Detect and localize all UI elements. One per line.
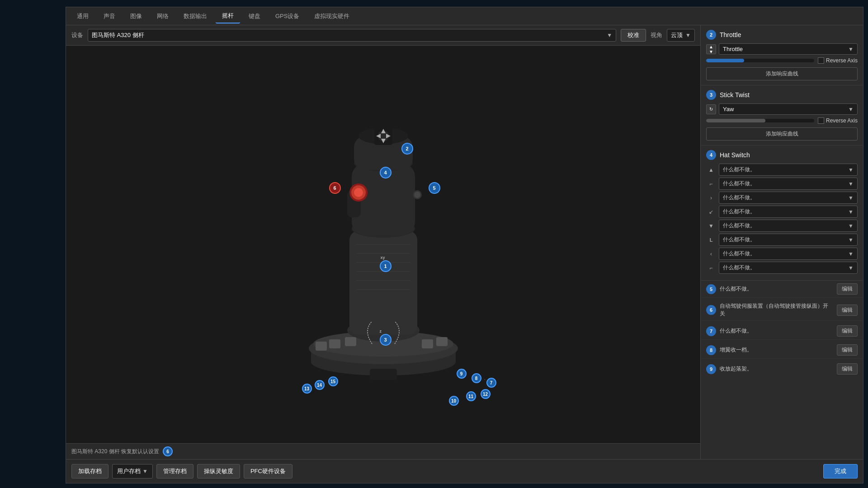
tab-graphics[interactable]: 图像 [124,9,148,23]
hat-left-select[interactable]: 什么都不做。 ▼ [719,248,858,260]
device-chevron-icon: ▼ [607,32,612,38]
stick-twist-reverse-label: Reverse Axis [826,117,858,124]
hat-l-select[interactable]: 什么都不做。 ▼ [719,234,858,246]
btn-9-action: 收放起落架。 [720,365,833,373]
status-marker-6[interactable]: 6 [163,446,173,456]
hat-upleft-value: 什么都不做。 [723,180,755,188]
btn-5-row: 5 什么都不做。 编辑 [701,281,863,298]
tab-data-output[interactable]: 数据输出 [177,9,213,23]
marker-2[interactable]: 2 [401,143,413,155]
stick-twist-reverse-checkbox[interactable] [818,117,824,124]
manage-profile-button[interactable]: 管理存档 [156,464,193,479]
stick-twist-axis-select[interactable]: Yaw ▼ [719,103,858,115]
marker-13[interactable]: 13 [302,384,312,394]
btn-9-num: 9 [706,364,716,374]
hat-dir-upleft: ⌐ 什么都不做。 ▼ [706,178,858,190]
hat-dir-l: L 什么都不做。 ▼ [706,234,858,246]
hat-left-value: 什么都不做。 [723,250,755,258]
marker-5[interactable]: 5 [429,182,440,194]
marker-9[interactable]: 9 [457,369,467,379]
btn-8-num: 8 [706,345,716,355]
device-select[interactable]: 图马斯特 A320 侧杆 ▼ [88,29,616,42]
btn-5-edit[interactable]: 编辑 [837,283,858,295]
marker-14[interactable]: 14 [315,380,325,390]
hat-corner-select[interactable]: 什么都不做。 ▼ [719,262,858,274]
throttle-progress-fill [706,59,744,62]
marker-12[interactable]: 12 [481,389,491,399]
stick-twist-progress-fill [706,119,765,122]
marker-8[interactable]: 8 [472,373,481,383]
btn-9-edit[interactable]: 编辑 [837,363,858,375]
user-profile-select[interactable]: 用户存档 ▼ [112,464,153,479]
tab-audio[interactable]: 声音 [97,9,122,23]
hat-down-value: 什么都不做。 [723,222,755,230]
status-bar: 图马斯特 A320 侧杆 恢复默认认设置 6 [66,443,700,459]
main-window: 通用 声音 图像 网络 数据输出 摇杆 键盘 GPS设备 虚拟现实硬件 设备 图… [66,7,863,483]
stick-twist-add-curve-btn[interactable]: 添加响应曲线 [706,127,858,141]
stick-twist-title: Stick Twist [720,91,750,99]
done-button[interactable]: 完成 [823,464,858,479]
throttle-axis-select[interactable]: Throttle ▼ [719,43,858,55]
view-select[interactable]: 云顶 ▼ [667,29,695,42]
hat-right-value: 什么都不做。 [723,194,755,202]
btn-7-edit[interactable]: 编辑 [837,325,858,337]
stick-twist-arrow[interactable]: ↻ [706,104,716,114]
tab-general[interactable]: 通用 [71,9,95,23]
tab-network[interactable]: 网络 [151,9,175,23]
throttle-progress-bar [706,59,814,62]
throttle-axis-row: ▲▼ Throttle ▼ [706,43,858,55]
btn-5-num: 5 [706,284,716,294]
svg-rect-36 [484,379,485,380]
marker-15[interactable]: 15 [328,376,338,386]
load-profile-button[interactable]: 加载存档 [71,464,108,479]
svg-rect-32 [422,339,433,348]
marker-10[interactable]: 10 [449,396,459,406]
btn-7-row: 7 什么都不做。 编辑 [701,323,863,340]
stick-twist-reverse-axis[interactable]: Reverse Axis [818,117,858,124]
throttle-arrow-up[interactable]: ▲▼ [706,44,716,54]
svg-point-16 [414,192,420,198]
btn-7-num: 7 [706,326,716,336]
hat-upleft-select[interactable]: 什么都不做。 ▼ [719,178,858,190]
btn-7-action: 什么都不做。 [720,327,833,335]
throttle-progress-container: Reverse Axis [706,57,858,64]
marker-4[interactable]: 4 [380,167,392,178]
btn-8-edit[interactable]: 编辑 [837,344,858,356]
marker-11[interactable]: 11 [466,391,476,401]
marker-3[interactable]: z 3 [380,334,392,346]
svg-rect-5 [349,231,417,335]
hat-upleft-icon: ⌐ [706,179,716,189]
sensitivity-button[interactable]: 操纵灵敏度 [197,464,240,479]
svg-rect-30 [329,339,340,348]
tab-joystick[interactable]: 摇杆 [216,9,240,23]
hat-right-select[interactable]: 什么都不做。 ▼ [719,192,858,204]
throttle-reverse-axis[interactable]: Reverse Axis [818,57,858,64]
tab-gps[interactable]: GPS设备 [269,9,306,23]
throttle-reverse-checkbox[interactable] [818,57,824,64]
stick-twist-header: 3 Stick Twist [706,90,858,100]
hat-up-select[interactable]: 什么都不做。 ▼ [719,164,858,176]
throttle-chevron: ▼ [848,46,854,52]
right-panel: 2 Throttle ▲▼ Throttle ▼ [700,25,863,459]
marker-7[interactable]: 7 [486,378,496,388]
view-label: 视角 [651,31,662,39]
btn-8-row: 8 增翼收一档。 编辑 [701,342,863,359]
hat-down-select[interactable]: 什么都不做。 ▼ [719,220,858,232]
tab-vr[interactable]: 虚拟现实硬件 [308,9,356,23]
hat-corner-value: 什么都不做。 [723,264,755,272]
joystick-display: xy 1 2 z 3 4 [66,46,700,443]
marker-6[interactable]: 6 [329,182,341,194]
btn-6-row: 6 自动驾驶伺服装置（自动驾驶接管接纵面）开关 编辑 [701,300,863,321]
marker-1[interactable]: xy 1 [380,260,392,272]
device-label: 设备 [71,31,83,39]
stick-twist-progress-bar [706,119,814,122]
throttle-add-curve-btn[interactable]: 添加响应曲线 [706,67,858,80]
pfc-hardware-button[interactable]: PFC硬件设备 [244,464,292,479]
tab-keyboard[interactable]: 键盘 [242,9,267,23]
calibrate-button[interactable]: 校准 [621,29,646,42]
hat-downleft-select[interactable]: 什么都不做。 ▼ [719,206,858,218]
svg-rect-40 [370,369,397,380]
device-header: 设备 图马斯特 A320 侧杆 ▼ 校准 视角 云顶 ▼ [66,25,700,46]
btn-8-action: 增翼收一档。 [720,346,833,354]
btn-6-edit[interactable]: 编辑 [837,305,858,316]
